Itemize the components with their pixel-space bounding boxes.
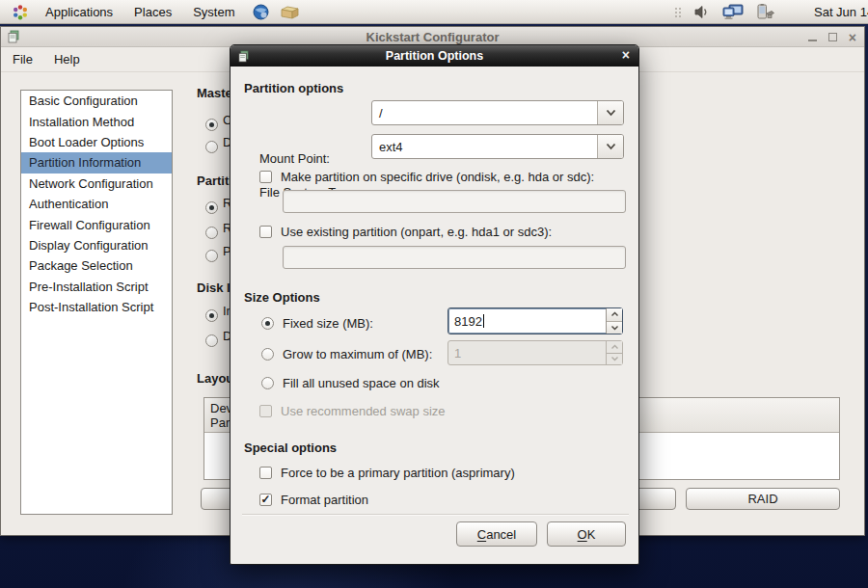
panel-clock[interactable]: Sat Jun 14, 2: [814, 5, 868, 19]
grow-max-radio[interactable]: [261, 348, 274, 361]
fill-unused-row: Fill all unused space on disk: [261, 375, 440, 390]
fixed-size-spin-down-button[interactable]: [607, 322, 622, 334]
cancel-button[interactable]: Cancel: [456, 521, 537, 547]
ondisk-row: Make partition on specific drive (ondisk…: [259, 169, 594, 184]
fixed-size-row: Fixed size (MB):: [261, 315, 373, 331]
top-panel: Applications Places System: [0, 0, 868, 24]
sidebar-item-network-configuration[interactable]: Network Configuration: [21, 174, 172, 194]
help-menu[interactable]: Help: [44, 48, 90, 70]
partitions-radio-1[interactable]: [205, 201, 218, 214]
fixed-size-label: Fixed size (MB):: [283, 316, 373, 331]
size-options-heading: Size Options: [244, 290, 320, 305]
ok-button[interactable]: OK: [547, 521, 626, 547]
fixed-size-radio[interactable]: [261, 317, 274, 330]
format-partition-checkbox[interactable]: ✓: [259, 494, 272, 506]
grow-max-spinbox: 1: [448, 340, 623, 365]
mbr-radio-2[interactable]: [205, 141, 218, 153]
format-partition-label: Format partition: [281, 493, 368, 507]
sidebar-item-display-configuration[interactable]: Display Configuration: [21, 235, 172, 255]
grow-max-row: Grow to maximum of (MB):: [261, 346, 432, 361]
mbr-radio-1[interactable]: [205, 119, 218, 131]
partition-options-heading: Partition options: [244, 81, 343, 95]
force-primary-checkbox[interactable]: [259, 467, 272, 479]
sidebar-item-partition-information[interactable]: Partition Information: [21, 152, 172, 173]
ondisk-checkbox[interactable]: [259, 171, 272, 183]
chevron-up-icon: [610, 344, 619, 350]
sidebar-item-post-installation-script[interactable]: Post-Installation Script: [21, 297, 172, 317]
format-partition-row: ✓ Format partition: [259, 492, 368, 507]
dialog-separator: [242, 514, 629, 515]
battery-icon[interactable]: [755, 4, 775, 20]
ondisk-label: Make partition on specific drive (ondisk…: [281, 170, 594, 184]
checkmark-icon: ✓: [260, 494, 270, 505]
fill-unused-radio[interactable]: [261, 377, 274, 389]
fixed-size-spin-up-button[interactable]: [607, 308, 622, 322]
fixed-size-value[interactable]: 8192: [454, 314, 482, 329]
volume-icon[interactable]: [694, 5, 711, 19]
onpart-row: Use existing partition (onpart, e.g. hda…: [259, 224, 552, 239]
chevron-down-icon: [610, 325, 619, 331]
panel-grip-handle[interactable]: [675, 8, 681, 17]
partitions-radio-3[interactable]: [205, 250, 218, 262]
fs-type-dropdown-button[interactable]: [597, 135, 623, 158]
fill-unused-label: Fill all unused space on disk: [283, 376, 440, 390]
sidebar-item-pre-installation-script[interactable]: Pre-Installation Script: [21, 277, 172, 297]
fs-type-combo[interactable]: ext4: [371, 134, 624, 159]
force-primary-label: Force to be a primary partition (asprima…: [281, 466, 515, 480]
chevron-down-icon: [610, 356, 619, 361]
maximize-button[interactable]: [828, 33, 837, 41]
grow-max-label: Grow to maximum of (MB):: [283, 347, 432, 361]
dialog-titlebar[interactable]: Partition Options ×: [231, 45, 638, 67]
mount-point-value[interactable]: /: [372, 106, 597, 120]
raid-button[interactable]: RAID: [686, 488, 840, 510]
disklabel-radio-1[interactable]: [205, 309, 218, 322]
close-window-button[interactable]: ×: [849, 31, 856, 44]
fixed-size-spinbox[interactable]: 8192: [448, 307, 623, 334]
category-list: Basic Configuration Installation Method …: [20, 90, 173, 515]
text-cursor: [483, 314, 484, 328]
places-menu[interactable]: Places: [123, 0, 182, 24]
sidebar-item-installation-method[interactable]: Installation Method: [21, 111, 172, 131]
grow-max-spin-up-button: [607, 341, 622, 354]
onpart-checkbox[interactable]: [259, 226, 272, 238]
file-menu[interactable]: File: [3, 48, 42, 70]
web-browser-icon[interactable]: [253, 4, 269, 20]
swap-recommended-row: Use recommended swap size: [259, 403, 446, 418]
chevron-up-icon: [610, 311, 619, 317]
sidebar-item-boot-loader-options[interactable]: Boot Loader Options: [21, 132, 172, 152]
grow-max-value: 1: [448, 341, 606, 364]
swap-recommended-checkbox: [259, 405, 272, 417]
sidebar-item-firewall-configuration[interactable]: Firewall Configuration: [21, 214, 172, 234]
grow-max-spin-down-button: [607, 354, 622, 365]
onpart-label: Use existing partition (onpart, e.g. hda…: [281, 225, 552, 239]
onpart-entry[interactable]: [283, 246, 626, 269]
disklabel-radio-2[interactable]: [205, 334, 218, 347]
file-manager-icon[interactable]: [281, 5, 299, 19]
sidebar-item-package-selection[interactable]: Package Selection: [21, 255, 172, 276]
applications-menu[interactable]: Applications: [35, 0, 123, 24]
displays-icon[interactable]: [722, 4, 744, 20]
system-menu[interactable]: System: [182, 0, 245, 24]
mount-point-label: Mount Point:: [259, 151, 330, 166]
sidebar-item-authentication[interactable]: Authentication: [21, 194, 172, 214]
minimize-button[interactable]: [808, 33, 817, 41]
partition-options-dialog: Partition Options × Partition options Mo…: [230, 44, 639, 565]
chevron-down-icon: [605, 142, 617, 151]
mount-point-dropdown-button[interactable]: [597, 101, 623, 124]
force-primary-row: Force to be a primary partition (asprima…: [259, 465, 515, 480]
window-title: Kickstart Configurator: [1, 30, 864, 44]
special-options-heading: Special options: [244, 441, 337, 455]
swap-recommended-label: Use recommended swap size: [281, 404, 446, 418]
mount-point-combo[interactable]: /: [371, 100, 624, 125]
dialog-close-button[interactable]: ×: [622, 47, 630, 63]
partitions-radio-2[interactable]: [205, 227, 218, 239]
distro-logo-icon[interactable]: [12, 4, 29, 21]
dialog-title: Partition Options: [231, 49, 638, 63]
sidebar-item-basic-configuration[interactable]: Basic Configuration: [21, 91, 172, 111]
ondisk-entry[interactable]: [283, 190, 626, 213]
chevron-down-icon: [605, 108, 617, 118]
fs-type-value[interactable]: ext4: [372, 140, 597, 154]
